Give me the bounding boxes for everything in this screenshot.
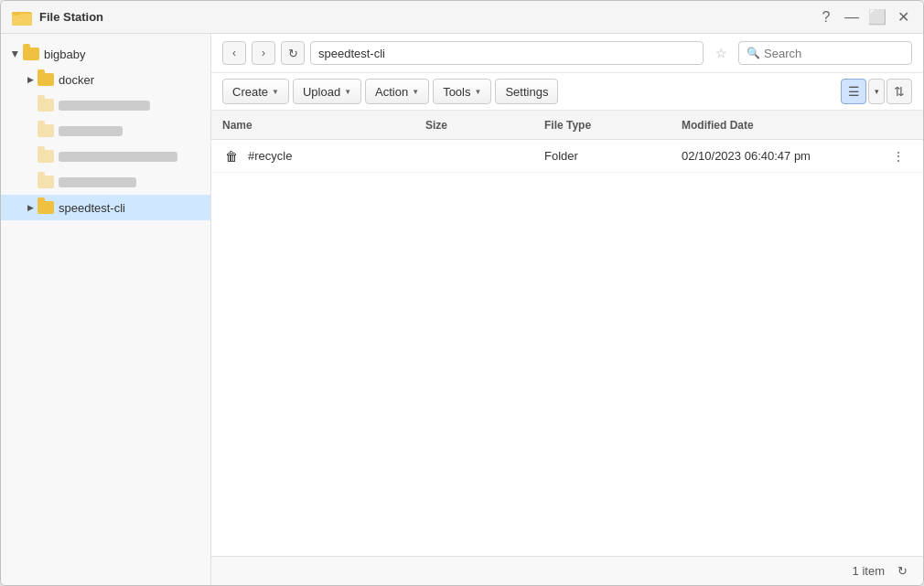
folder-icon: [38, 201, 54, 214]
folder-icon: [23, 48, 39, 60]
status-bar: 1 item ↻: [211, 556, 923, 585]
col-size-header: Size: [425, 119, 544, 132]
file-list: Name Size File Type Modified Date 🗑 #rec…: [211, 111, 923, 556]
folder-icon: [38, 124, 54, 137]
app-icon: [12, 7, 32, 27]
sidebar-item-bigbaby[interactable]: ▶ bigbaby: [1, 41, 210, 67]
refresh-button[interactable]: ↻: [281, 41, 305, 65]
action-button[interactable]: Action ▼: [365, 79, 429, 104]
sort-view-button[interactable]: ⇅: [886, 79, 912, 104]
toolbar-actions: Create ▼ Upload ▼ Action ▼ Tools ▼ Setti…: [211, 73, 923, 111]
folder-icon: [38, 73, 54, 86]
close-button[interactable]: ✕: [894, 8, 912, 27]
file-type-cell: Folder: [544, 149, 682, 163]
sidebar-item-docker[interactable]: ▶ docker: [1, 67, 210, 92]
settings-button[interactable]: Settings: [495, 79, 558, 104]
sidebar-item-label: docker: [59, 73, 94, 87]
folder-icon: [38, 176, 54, 188]
file-station-window: File Station ? — ⬜ ✕ ▶ bigbaby ▶ docker: [0, 0, 924, 586]
arrow-icon: ▶: [8, 47, 23, 61]
svg-rect-2: [12, 12, 20, 16]
action-dropdown-arrow: ▼: [412, 88, 419, 96]
sidebar-item-blurred4[interactable]: [1, 169, 210, 195]
window-controls: ? — ⬜ ✕: [817, 8, 912, 27]
arrow-icon: ▶: [23, 72, 38, 87]
list-view-button[interactable]: ☰: [841, 79, 866, 104]
file-more-button[interactable]: ⋮: [888, 146, 908, 166]
content-area: ‹ › ↻ speedtest-cli ☆ 🔍 Create ▼: [211, 34, 923, 585]
search-icon: 🔍: [747, 47, 760, 59]
upload-label: Upload: [303, 85, 340, 99]
upload-dropdown-arrow: ▼: [344, 88, 351, 96]
file-list-header: Name Size File Type Modified Date: [211, 111, 923, 140]
recycle-bin-icon: 🗑: [225, 149, 238, 164]
sidebar-root-label: bigbaby: [44, 48, 86, 61]
sidebar-item-blurred3[interactable]: [1, 144, 210, 169]
maximize-button[interactable]: ⬜: [868, 8, 886, 27]
search-bar: 🔍: [738, 41, 912, 65]
folder-icon: [38, 99, 54, 112]
file-name: #recycle: [248, 149, 292, 163]
blurred-label: [59, 126, 123, 136]
file-rows-container: 🗑 #recycle Folder 02/10/2023 06:40:47 pm…: [211, 140, 923, 173]
search-input[interactable]: [764, 47, 892, 60]
arrow-icon: ▶: [23, 200, 38, 215]
action-label: Action: [375, 85, 408, 99]
path-text: speedtest-cli: [318, 47, 385, 60]
upload-button[interactable]: Upload ▼: [293, 79, 361, 104]
blurred-label: [59, 177, 136, 187]
path-bar[interactable]: speedtest-cli: [310, 41, 704, 65]
toolbar-nav: ‹ › ↻ speedtest-cli ☆ 🔍: [211, 34, 923, 73]
folder-icon: [38, 150, 54, 163]
back-button[interactable]: ‹: [222, 41, 246, 65]
sidebar-item-blurred1[interactable]: [1, 92, 210, 118]
settings-label: Settings: [505, 85, 548, 99]
status-refresh-button[interactable]: ↻: [892, 561, 912, 581]
sidebar-item-label: speedtest-cli: [59, 201, 125, 215]
col-filetype-header: File Type: [544, 119, 682, 132]
col-name-header: Name: [222, 119, 425, 132]
col-modified-header: Modified Date: [682, 119, 885, 132]
sidebar-item-speedtest-cli[interactable]: ▶ speedtest-cli: [1, 195, 210, 220]
forward-button[interactable]: ›: [252, 41, 275, 65]
list-view-dropdown[interactable]: ▾: [868, 79, 885, 104]
tools-label: Tools: [443, 85, 470, 99]
window-title: File Station: [39, 10, 817, 24]
file-icon: 🗑: [222, 147, 241, 165]
blurred-label: [59, 152, 177, 162]
sidebar-item-blurred2[interactable]: [1, 118, 210, 144]
view-btn-group: ☰ ▾ ⇅: [841, 79, 912, 104]
blurred-label: [59, 101, 150, 111]
help-button[interactable]: ?: [817, 8, 835, 27]
create-button[interactable]: Create ▼: [222, 79, 289, 104]
create-dropdown-arrow: ▼: [272, 88, 279, 96]
tools-button[interactable]: Tools ▼: [433, 79, 491, 104]
file-name-cell: 🗑 #recycle: [222, 147, 425, 165]
file-menu-cell: ⋮: [885, 146, 912, 166]
main-layout: ▶ bigbaby ▶ docker: [1, 34, 923, 585]
table-row[interactable]: 🗑 #recycle Folder 02/10/2023 06:40:47 pm…: [211, 140, 923, 173]
file-modified-cell: 02/10/2023 06:40:47 pm: [682, 149, 885, 163]
minimize-button[interactable]: —: [843, 8, 861, 27]
create-label: Create: [232, 85, 268, 99]
favorite-button[interactable]: ☆: [709, 41, 733, 65]
tools-dropdown-arrow: ▼: [475, 88, 482, 96]
item-count: 1 item: [853, 564, 885, 578]
sidebar: ▶ bigbaby ▶ docker: [1, 34, 211, 585]
titlebar: File Station ? — ⬜ ✕: [1, 1, 923, 34]
